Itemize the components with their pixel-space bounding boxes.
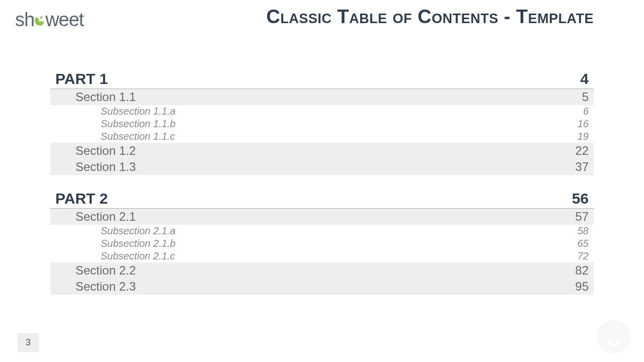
toc-subsection-label: Subsection 1.1.c [101,130,175,143]
toc-section-row: Section 1.3 37 [50,159,594,175]
toc-part-page: 4 [580,70,589,87]
toc-section-row: Section 2.3 95 [50,279,594,295]
toc-section-row: Section 2.2 82 [50,262,594,279]
toc-subsection-row: Subsection 1.1.c 19 [50,130,594,143]
toc-subsection-page: 58 [578,225,589,237]
toc-subsection-row: Subsection 2.1.c 72 [50,250,594,262]
toc-subsection-page: 6 [583,105,589,118]
watermark-icon [594,317,634,357]
brand-icon [33,10,46,32]
toc-part-row: PART 1 4 [50,70,594,89]
toc-section-label: Section 2.2 [75,263,136,278]
toc-subsection-label: Subsection 2.1.a [101,225,176,237]
toc-section-row: Section 2.1 57 [50,209,594,225]
toc-part: PART 2 56 Section 2.1 57 Subsection 2.1.… [50,190,594,295]
page-title: Classic Table of Contents - Template [266,6,594,28]
toc-section-label: Section 1.3 [75,160,136,174]
toc-section-page: 82 [575,263,589,278]
slide-number: 3 [18,333,39,352]
toc-part-label: PART 1 [55,70,108,87]
toc-section-row: Section 1.2 22 [50,143,594,159]
toc-part-row: PART 2 56 [50,190,594,209]
toc-subsection-label: Subsection 1.1.b [101,118,176,130]
toc-subsection-label: Subsection 1.1.a [101,105,176,118]
svg-point-0 [597,320,631,354]
toc-container: PART 1 4 Section 1.1 5 Subsection 1.1.a … [50,70,594,310]
toc-section-row: Section 1.1 5 [50,89,594,105]
toc-section-label: Section 2.3 [75,280,136,294]
toc-subsection-row: Subsection 1.1.b 16 [50,118,594,130]
toc-subsection-page: 16 [578,118,589,130]
toc-subsection-label: Subsection 2.1.c [101,250,175,262]
toc-subsection-label: Subsection 2.1.b [101,237,176,250]
toc-section-label: Section 2.1 [75,210,136,224]
toc-part: PART 1 4 Section 1.1 5 Subsection 1.1.a … [50,70,594,175]
toc-section-label: Section 1.2 [75,144,136,158]
toc-section-page: 5 [582,90,589,104]
toc-section-page: 22 [575,144,589,158]
toc-subsection-row: Subsection 1.1.a 6 [50,105,594,118]
brand-right: weet [45,9,84,30]
toc-section-page: 57 [575,210,589,224]
toc-section-page: 95 [575,280,589,294]
toc-part-label: PART 2 [55,190,108,207]
toc-subsection-page: 19 [578,130,589,143]
brand-left: sh [15,9,34,30]
toc-subsection-row: Subsection 2.1.b 65 [50,237,594,250]
toc-subsection-row: Subsection 2.1.a 58 [50,225,594,237]
toc-subsection-page: 65 [578,237,589,250]
toc-part-page: 56 [572,190,589,207]
brand-logo: shweet [15,9,84,32]
toc-section-label: Section 1.1 [75,90,136,104]
toc-section-page: 37 [575,160,589,174]
toc-subsection-page: 72 [578,250,589,262]
